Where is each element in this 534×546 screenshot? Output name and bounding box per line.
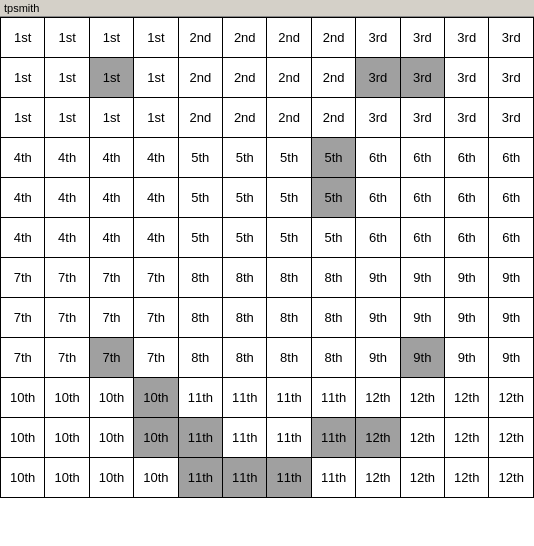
table-cell: 2nd [267,58,311,98]
table-cell: 5th [311,138,355,178]
table-cell: 2nd [178,98,222,138]
table-cell: 4th [89,178,133,218]
table-cell: 7th [1,298,45,338]
table-cell: 8th [311,338,355,378]
table-cell: 4th [45,138,89,178]
table-cell: 1st [134,18,178,58]
table-cell: 9th [489,298,534,338]
table-cell: 4th [89,218,133,258]
table-cell: 8th [178,338,222,378]
table-cell: 4th [89,138,133,178]
table-row: 1st1st1st1st2nd2nd2nd2nd3rd3rd3rd3rd [1,98,534,138]
table-cell: 3rd [356,98,400,138]
table-cell: 9th [489,258,534,298]
table-cell: 11th [223,458,267,498]
table-cell: 9th [445,298,489,338]
table-cell: 4th [134,218,178,258]
table-cell: 3rd [400,98,444,138]
table-cell: 8th [223,298,267,338]
table-cell: 5th [311,178,355,218]
table-cell: 5th [178,138,222,178]
table-cell: 9th [445,338,489,378]
table-cell: 6th [445,178,489,218]
table-cell: 8th [223,338,267,378]
table-cell: 10th [89,418,133,458]
table-cell: 11th [223,418,267,458]
table-cell: 7th [89,298,133,338]
table-cell: 1st [89,58,133,98]
table-cell: 5th [223,178,267,218]
table-cell: 12th [445,378,489,418]
table-cell: 1st [1,58,45,98]
table-cell: 2nd [267,98,311,138]
table-cell: 3rd [400,58,444,98]
table-cell: 12th [400,378,444,418]
table-cell: 11th [311,378,355,418]
table-cell: 3rd [489,58,534,98]
table-cell: 1st [89,98,133,138]
table-cell: 9th [356,338,400,378]
table-row: 1st1st1st1st2nd2nd2nd2nd3rd3rd3rd3rd [1,18,534,58]
table-cell: 9th [445,258,489,298]
table-cell: 7th [134,258,178,298]
table-cell: 12th [489,418,534,458]
table-cell: 2nd [311,98,355,138]
table-cell: 4th [134,138,178,178]
table-cell: 9th [489,338,534,378]
table-cell: 12th [445,458,489,498]
table-cell: 6th [356,178,400,218]
table-row: 10th10th10th10th11th11th11th11th12th12th… [1,378,534,418]
table-cell: 3rd [489,98,534,138]
table-cell: 7th [45,258,89,298]
table-cell: 8th [178,298,222,338]
table-cell: 12th [445,418,489,458]
table-cell: 3rd [400,18,444,58]
table-cell: 3rd [445,18,489,58]
table-cell: 6th [489,178,534,218]
table-cell: 11th [267,378,311,418]
table-cell: 7th [89,338,133,378]
table-cell: 11th [311,418,355,458]
table-cell: 10th [1,378,45,418]
table-cell: 8th [267,258,311,298]
table-cell: 6th [489,218,534,258]
table-row: 10th10th10th10th11th11th11th11th12th12th… [1,418,534,458]
table-cell: 1st [45,18,89,58]
table-cell: 4th [1,178,45,218]
table-cell: 2nd [223,98,267,138]
table-cell: 10th [45,458,89,498]
table-cell: 11th [311,458,355,498]
table-cell: 12th [356,378,400,418]
table-cell: 6th [445,218,489,258]
table-cell: 3rd [356,18,400,58]
table-cell: 9th [400,258,444,298]
table-cell: 2nd [178,18,222,58]
table-cell: 3rd [445,58,489,98]
table-cell: 7th [134,338,178,378]
table-cell: 4th [1,218,45,258]
table-cell: 5th [267,178,311,218]
table-cell: 2nd [223,58,267,98]
table-cell: 6th [356,218,400,258]
table-cell: 5th [178,218,222,258]
table-cell: 12th [356,458,400,498]
table-row: 1st1st1st1st2nd2nd2nd2nd3rd3rd3rd3rd [1,58,534,98]
table-row: 4th4th4th4th5th5th5th5th6th6th6th6th [1,218,534,258]
table-cell: 10th [89,378,133,418]
table-cell: 5th [223,218,267,258]
table-cell: 10th [134,458,178,498]
table-cell: 6th [400,178,444,218]
table-cell: 5th [267,218,311,258]
table-cell: 6th [445,138,489,178]
table-cell: 6th [400,138,444,178]
table-cell: 11th [267,458,311,498]
table-cell: 10th [45,418,89,458]
table-cell: 1st [45,58,89,98]
grid-container: 1st1st1st1st2nd2nd2nd2nd3rd3rd3rd3rd1st1… [0,17,534,498]
table-cell: 12th [400,418,444,458]
table-cell: 10th [1,458,45,498]
table-cell: 7th [1,338,45,378]
table-cell: 11th [178,458,222,498]
table-cell: 4th [45,178,89,218]
table-cell: 5th [223,138,267,178]
